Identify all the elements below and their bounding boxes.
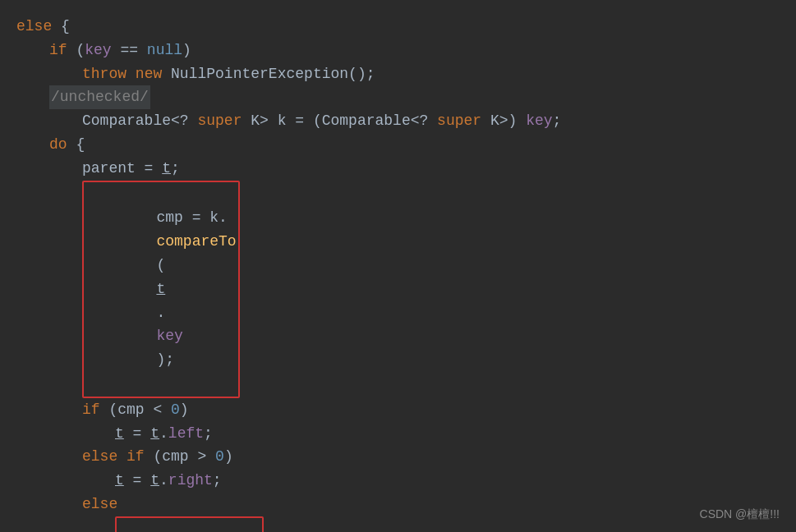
var-t-3: t xyxy=(115,422,124,446)
highlight-box-2: return t . setValue ( value ); xyxy=(115,516,264,532)
keyword-else3: else xyxy=(82,493,117,516)
unchecked-tag: /unchecked/ xyxy=(49,85,150,109)
line-14: return t . setValue ( value ); xyxy=(16,516,780,532)
var-t-2: t xyxy=(156,281,165,297)
keyword-if2: if xyxy=(82,398,100,422)
line-13: else xyxy=(16,493,780,516)
line-6: do { xyxy=(16,133,780,157)
line-3: throw new NullPointerException (); xyxy=(16,62,780,86)
method-compareTo: compareTo xyxy=(156,233,236,250)
number-0: 0 xyxy=(171,398,180,422)
keyword-else: else xyxy=(16,15,52,39)
var-key2: key xyxy=(526,109,552,133)
line-7: parent = t ; xyxy=(16,157,780,181)
line-8: cmp = k. compareTo ( t . key ); xyxy=(16,181,780,398)
keyword-super2: super xyxy=(437,109,481,133)
keyword-if3: if xyxy=(127,445,145,469)
watermark: CSDN @檀檀!!! xyxy=(700,507,780,522)
var-key: key xyxy=(85,39,111,62)
keyword-throw: throw xyxy=(82,62,127,86)
keyword-super: super xyxy=(197,109,242,133)
keyword-else2: else xyxy=(82,445,117,469)
keyword-if: if xyxy=(49,39,67,62)
code-container: else { if ( key == null ) throw new Null… xyxy=(0,0,796,532)
number-0b: 0 xyxy=(215,445,224,469)
field-right: right xyxy=(168,469,213,493)
field-key: key xyxy=(156,328,182,344)
var-t-4: t xyxy=(150,422,159,446)
keyword-new: new xyxy=(136,62,162,86)
line-2: if ( key == null ) xyxy=(16,39,780,62)
code-block: else { if ( key == null ) throw new Null… xyxy=(0,8,796,532)
line-12: t = t . right ; xyxy=(16,469,780,493)
keyword-do: do xyxy=(49,133,67,157)
line-11: else if (cmp > 0 ) xyxy=(16,445,780,469)
class-nullpointer: NullPointerException xyxy=(171,62,348,86)
var-t-6: t xyxy=(150,469,159,493)
line-1: else { xyxy=(16,15,780,39)
highlight-box-1: cmp = k. compareTo ( t . key ); xyxy=(82,181,240,398)
keyword-null: null xyxy=(147,39,182,62)
var-t-1: t xyxy=(162,157,171,181)
line-10: t = t . left ; xyxy=(16,422,780,446)
line-5: Comparable<? super K> k = (Comparable<? … xyxy=(16,109,780,133)
var-t-5: t xyxy=(115,469,124,493)
line-9: if (cmp < 0 ) xyxy=(16,398,780,422)
field-left: left xyxy=(168,422,204,446)
line-4: /unchecked/ xyxy=(16,85,780,109)
